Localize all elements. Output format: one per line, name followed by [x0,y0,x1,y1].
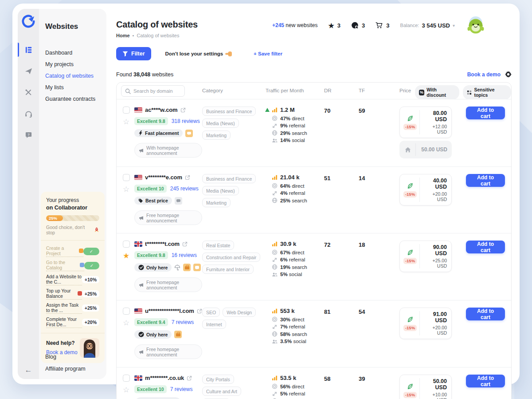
social-share: 3.5% social [272,339,324,344]
add-to-cart-button[interactable]: Add to cart [466,174,505,187]
balance-dropdown[interactable]: Balance: 3 545 USD ▾ [400,22,455,29]
sidebar-item-my-lists[interactable]: My lists [45,84,102,91]
reviews-link[interactable]: 318 reviews [172,118,200,124]
site-domain[interactable]: m********.co.uk [145,375,184,381]
divider [419,378,420,399]
reviews-link[interactable]: 245 reviews [170,186,199,192]
settings-gear-icon[interactable] [505,71,512,78]
rating-badge: Excellent 9.4 [134,318,168,326]
sidebar-item-catalog-of-websites[interactable]: Catalog of websites [45,73,102,79]
house-icon [405,147,411,153]
site-domain[interactable]: u**************l.com [145,308,194,314]
favorite-star-icon[interactable]: ★ [123,252,134,260]
external-link-icon[interactable] [197,308,202,314]
discount-badge: -15% [403,392,417,398]
collapse-sidebar-button[interactable]: ← [18,366,39,375]
task-done-check[interactable]: ✓ [83,248,99,255]
site-domain[interactable]: ac****w.com [145,107,178,113]
reviews-link[interactable]: 7 reviews [172,319,194,325]
affiliate-program-link[interactable]: Affiliate program [45,366,86,372]
leaf-icon [407,249,414,256]
direct-share: 47% direct [272,115,324,121]
task-done-check[interactable]: ✓ [84,262,99,269]
column-price: Price [399,88,411,93]
favorite-star-icon[interactable]: ☆ [123,118,134,126]
with-discount-toggle[interactable]: % With discount [415,85,459,99]
results-count: Found 38,048 websites [116,71,173,78]
progress-subtitle-bold: on Collaborator [46,205,99,211]
favorite-star-icon[interactable]: ☆ [123,186,134,193]
collaborator-logo-icon[interactable] [21,14,35,28]
sidebar-item-dashboard[interactable]: Dashboard [45,50,102,56]
column-category: Category [202,88,223,93]
tf-value: 59 [359,107,399,158]
traffic-cell: 1.2 M47% direct9% referral29% search14% … [272,107,324,158]
homepage-price-value: 50.00 USD [419,146,447,153]
row-checkbox[interactable] [123,308,130,315]
breadcrumb-home[interactable]: Home [116,33,130,38]
favorites-counter[interactable]: ★3 [328,22,340,29]
briefcase-icon [174,331,182,338]
search-input[interactable] [133,88,181,94]
row-checkbox[interactable] [123,107,130,114]
traffic-bars-icon [272,375,278,381]
offers-counter[interactable]: 3 [351,22,365,29]
grid-icon [467,90,472,95]
homepage-price: 50.00 USD [399,141,452,158]
dashboard-icon[interactable] [18,42,39,58]
sidebar-item-guarantee-contracts[interactable]: Guarantee contracts [45,96,102,102]
favorite-star-icon[interactable]: ☆ [123,386,134,394]
tools-icon[interactable] [18,84,39,100]
price-cell: -15%50.00 USD+10.00 USD [399,375,466,399]
discount-badge: -15% [403,258,417,264]
row-select-cell: ☆ [123,107,134,158]
dr-value: 81 [324,308,359,359]
external-link-icon[interactable] [180,107,186,113]
task-bonus-badge: +10% [82,276,99,283]
category-cell: Business and FinanceMedia (News)Marketin… [202,107,272,158]
book-demo-top-link[interactable]: Book a demo [467,71,501,78]
sidebar-item-my-projects[interactable]: My projects [45,61,102,67]
external-link-icon[interactable] [185,175,190,180]
plane-icon[interactable] [18,63,39,79]
search-icon [125,88,131,94]
site-domain[interactable]: v********e.com [145,174,182,181]
blog-link[interactable]: Blog [45,354,86,360]
category-cell: City PortalsCulture and ArtMarketing [202,375,272,399]
site-domain[interactable]: t********t.com [145,241,180,247]
row-select-cell: ☆ [123,375,134,399]
sensitive-topics-toggle[interactable]: Sensitive topics [463,85,511,99]
filter-button[interactable]: Filter [116,47,151,60]
reviews-link[interactable]: 7 reviews [170,386,193,392]
row-checkbox[interactable] [123,375,130,382]
user-avatar[interactable] [466,15,486,36]
add-to-cart-button[interactable]: Add to cart [466,241,505,253]
price-extra: +10.00 USD [423,392,447,399]
help-title: Need help? [46,340,78,346]
helpchat-icon[interactable]: ? [18,127,39,143]
traffic-value: 553 k [280,308,295,314]
cart-counter[interactable]: 3 [376,22,389,29]
reviews-link[interactable]: 16 reviews [172,252,197,258]
add-to-cart-button[interactable]: Add to cart [466,308,505,320]
filter-bar: Filter Don't lose your settings + Save f… [116,47,512,60]
sidebar-title: Websites [43,9,102,31]
external-link-icon[interactable] [187,375,192,381]
website-cell: t********t.comExcellent 9.816 reviewsOnl… [134,241,202,292]
task-label: Top up Your Balance [46,288,82,300]
price-card: -15%40.00 USD+20.00 USD [399,174,452,205]
headset-icon[interactable] [18,106,39,122]
trend-up-icon [265,108,270,112]
people-icon [272,272,278,277]
row-checkbox[interactable] [123,241,130,248]
category-pill: Construction and Repair [202,253,260,262]
progress-card: Your progress on Collaborator 25% Good c… [41,192,105,363]
add-to-cart-button[interactable]: Add to cart [466,107,505,119]
funnel-icon [122,51,128,57]
external-link-icon[interactable] [182,241,188,247]
row-checkbox[interactable] [123,174,130,181]
referral-share: 9% referral [272,123,324,129]
favorite-star-icon[interactable]: ☆ [123,319,134,327]
add-to-cart-button[interactable]: Add to cart [466,375,505,387]
save-filter-link[interactable]: + Save filter [254,51,282,56]
